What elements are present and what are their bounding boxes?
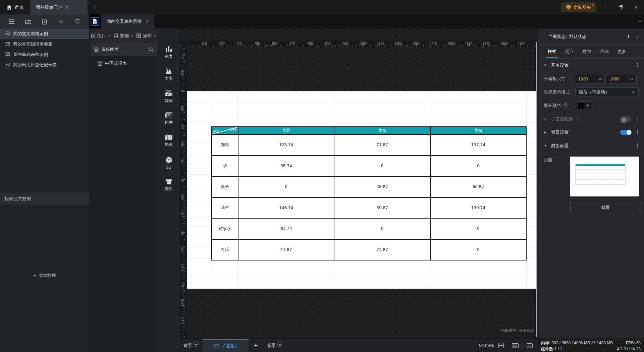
tab-style[interactable]: 样式: [548, 45, 556, 58]
table-cell[interactable]: 11.87: [238, 240, 334, 260]
tab-more[interactable]: 更多: [618, 45, 626, 58]
tool-widgets[interactable]: 控件: [158, 108, 179, 130]
width-input[interactable]: 1920 px: [575, 74, 605, 83]
subpanel-canvas[interactable]: 区域 品类 华北 华东 华南 咖啡 125.74 71.87 137.74 茶 …: [187, 91, 537, 289]
help-icon[interactable]: ?: [563, 103, 568, 108]
row-label[interactable]: 咖啡: [212, 135, 238, 155]
canvas-scrollbar[interactable]: [536, 42, 537, 337]
portal-tab-close-icon[interactable]: ×: [65, 5, 68, 10]
table-cell[interactable]: 0: [430, 156, 526, 176]
tool-maps[interactable]: 地图: [158, 130, 179, 152]
table-cell[interactable]: 71.87: [334, 135, 430, 155]
add-background-icon[interactable]: +: [277, 342, 282, 347]
portal-tab[interactable]: 我的报表门户 ×: [31, 0, 88, 14]
download-icon[interactable]: [55, 16, 67, 26]
tool-media[interactable]: 媒体: [158, 85, 179, 108]
section-background[interactable]: ▶ 背景设置: [538, 126, 644, 139]
kebab-menu-icon[interactable]: [635, 63, 640, 67]
add-board-button[interactable]: +: [249, 339, 263, 352]
new-folder-icon[interactable]: [22, 16, 34, 26]
menu-data[interactable]: 数据 ∨: [112, 28, 135, 43]
row-label[interactable]: 茶: [212, 156, 238, 176]
keyboard-icon[interactable]: [512, 343, 519, 348]
col-header[interactable]: 华北: [238, 127, 334, 134]
zoom-level[interactable]: 52.08%: [479, 343, 494, 348]
fullscreen-select[interactable]: 缩放（不滚动）: [575, 87, 639, 97]
background-group[interactable]: 背景 +: [263, 339, 286, 352]
fit-screen-icon[interactable]: [497, 343, 504, 348]
tab-code[interactable]: 代码: [600, 45, 609, 58]
home-button[interactable]: 首页: [0, 0, 31, 14]
close-window-button[interactable]: ×: [629, 0, 644, 14]
background-toggle[interactable]: [620, 130, 632, 135]
tab-interaction[interactable]: 交互: [565, 45, 574, 58]
tool-suite[interactable]: 套件: [158, 174, 179, 196]
screenshot-button[interactable]: 截屏: [570, 202, 641, 213]
table-cell[interactable]: 39.87: [334, 198, 430, 218]
tab-data[interactable]: 数据: [583, 45, 591, 58]
table-cell[interactable]: 73.87: [334, 240, 430, 260]
add-data-button[interactable]: + 添加数据: [0, 273, 89, 279]
section-cover[interactable]: ▼ 封面设置: [538, 139, 644, 153]
doc-tab[interactable]: 我的交叉表格示例 ×: [101, 14, 154, 28]
table-corner-cell[interactable]: 区域 品类: [212, 127, 238, 134]
canvas-area[interactable]: 1002003004005006007008009001000110012001…: [179, 28, 538, 339]
height-input[interactable]: 1080 px: [607, 74, 637, 83]
minimize-button[interactable]: –: [598, 0, 613, 14]
row-label[interactable]: 花生: [212, 198, 238, 218]
kebab-menu-icon[interactable]: [635, 143, 640, 148]
table-cell[interactable]: 83.74: [238, 219, 334, 239]
board-tab-active[interactable]: 子看板1: [203, 339, 249, 352]
new-file-icon[interactable]: [39, 16, 50, 26]
sidebar-item-inout-register[interactable]: 我的出入库登记记录表: [0, 60, 89, 70]
sidebar-item-basic-table[interactable]: 我的基础表格示例: [0, 49, 89, 60]
fullscreen-label: 全屏显示模式: [544, 89, 575, 95]
new-tab-button[interactable]: +: [88, 0, 102, 14]
tool-text[interactable]: 文本: [158, 63, 179, 85]
kebab-menu-icon[interactable]: [635, 117, 640, 121]
table-cell[interactable]: 98.74: [238, 156, 334, 176]
h-ruler-label: 900: [342, 42, 348, 46]
menu-operations[interactable]: 操作 ∨: [135, 28, 158, 43]
doc-tab-close-icon[interactable]: ×: [146, 19, 148, 24]
table-cell[interactable]: 0: [334, 156, 430, 176]
table-cell[interactable]: 0: [238, 177, 334, 197]
sidebar-item-cross-table[interactable]: 我的交叉表格示例: [0, 28, 89, 39]
search-icon[interactable]: [149, 47, 154, 52]
trash-icon[interactable]: [72, 16, 83, 26]
table-cell[interactable]: 130.74: [430, 198, 526, 218]
restore-button[interactable]: [613, 0, 629, 14]
add-state-button[interactable]: +: [624, 33, 633, 40]
foreground-group[interactable]: 前景 +: [179, 339, 203, 352]
menu-project[interactable]: 项目 ∨: [90, 28, 112, 43]
section-basic-settings[interactable]: ▼ 基本设置: [538, 59, 644, 72]
tool-charts[interactable]: 图表: [158, 41, 179, 63]
tool-3d[interactable]: 3D: [158, 152, 179, 174]
docbar-overflow-icon[interactable]: [638, 20, 642, 23]
add-foreground-icon[interactable]: +: [194, 342, 199, 347]
layer-item-chinese-report[interactable]: 中国式报表: [90, 58, 158, 68]
table-cell[interactable]: 0: [430, 240, 526, 260]
row-label[interactable]: 矿泉水: [212, 219, 238, 239]
col-header[interactable]: 华东: [334, 127, 430, 134]
table-cell[interactable]: 125.74: [238, 135, 334, 155]
section-carousel[interactable]: ▶ 子看板轮播 ?: [538, 112, 644, 126]
kebab-menu-icon[interactable]: [635, 130, 640, 134]
carousel-toggle[interactable]: [620, 116, 632, 122]
table-cell[interactable]: 0: [430, 219, 526, 239]
custom-service-button[interactable]: 定制服务: [561, 2, 596, 12]
table-cell[interactable]: 146.74: [238, 198, 334, 218]
table-cell[interactable]: 38.87: [334, 177, 430, 197]
fill-color-picker[interactable]: [576, 101, 591, 110]
table-cell[interactable]: 66.87: [430, 177, 526, 197]
row-label[interactable]: 瓜子: [212, 177, 238, 197]
terminal-icon[interactable]: [526, 343, 533, 348]
row-label[interactable]: 可乐: [212, 240, 238, 260]
chevron-right-icon[interactable]: ›: [635, 34, 639, 39]
cross-table-component[interactable]: 区域 品类 华北 华东 华南 咖啡 125.74 71.87 137.74 茶 …: [211, 126, 527, 260]
col-header[interactable]: 华南: [430, 127, 526, 134]
hamburger-menu-icon[interactable]: [6, 16, 17, 26]
sidebar-item-empty-basic-report[interactable]: 我的空基础报表项目: [0, 39, 89, 49]
table-cell[interactable]: 137.74: [430, 135, 526, 155]
table-cell[interactable]: 0: [334, 219, 430, 239]
